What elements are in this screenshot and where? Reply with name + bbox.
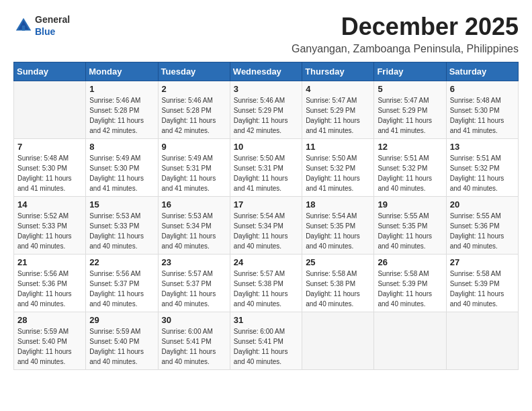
weekday-header: Thursday (302, 62, 374, 81)
day-info: Sunrise: 5:56 AM Sunset: 5:36 PM Dayligh… (17, 269, 82, 309)
calendar-cell: 12Sunrise: 5:51 AM Sunset: 5:32 PM Dayli… (374, 138, 446, 196)
day-number: 24 (234, 257, 298, 267)
calendar-cell: 17Sunrise: 5:54 AM Sunset: 5:34 PM Dayli… (230, 196, 302, 254)
calendar-cell: 7Sunrise: 5:48 AM Sunset: 5:30 PM Daylig… (14, 138, 86, 196)
calendar-cell: 1Sunrise: 5:46 AM Sunset: 5:28 PM Daylig… (86, 81, 158, 138)
day-info: Sunrise: 5:57 AM Sunset: 5:38 PM Dayligh… (234, 269, 298, 309)
day-info: Sunrise: 5:52 AM Sunset: 5:33 PM Dayligh… (17, 211, 82, 251)
day-number: 21 (17, 257, 82, 267)
location-subtitle: Ganyangan, Zamboanga Peninsula, Philippi… (13, 43, 519, 55)
logo-blue: Blue (35, 26, 55, 37)
day-info: Sunrise: 5:53 AM Sunset: 5:33 PM Dayligh… (89, 211, 154, 251)
day-number: 17 (234, 199, 298, 210)
day-info: Sunrise: 6:00 AM Sunset: 5:41 PM Dayligh… (162, 326, 226, 367)
calendar-cell: 20Sunrise: 5:55 AM Sunset: 5:36 PM Dayli… (446, 196, 518, 254)
calendar-cell: 25Sunrise: 5:58 AM Sunset: 5:38 PM Dayli… (302, 254, 374, 312)
day-number: 9 (162, 142, 226, 152)
weekday-header: Monday (86, 62, 158, 81)
day-info: Sunrise: 5:48 AM Sunset: 5:30 PM Dayligh… (17, 153, 82, 193)
day-info: Sunrise: 5:53 AM Sunset: 5:34 PM Dayligh… (162, 211, 226, 251)
day-number: 27 (450, 257, 515, 267)
day-number: 8 (89, 142, 154, 152)
day-info: Sunrise: 5:59 AM Sunset: 5:40 PM Dayligh… (89, 326, 154, 367)
day-info: Sunrise: 5:50 AM Sunset: 5:31 PM Dayligh… (234, 153, 298, 193)
day-number: 15 (89, 199, 154, 210)
calendar-week-row: 7Sunrise: 5:48 AM Sunset: 5:30 PM Daylig… (14, 138, 519, 196)
day-info: Sunrise: 5:46 AM Sunset: 5:29 PM Dayligh… (234, 95, 298, 136)
calendar-cell: 31Sunrise: 6:00 AM Sunset: 5:41 PM Dayli… (230, 312, 302, 369)
day-number: 20 (450, 199, 515, 210)
page-header: General Blue December 2025 (13, 13, 519, 40)
calendar-cell: 5Sunrise: 5:47 AM Sunset: 5:29 PM Daylig… (374, 81, 446, 138)
day-number: 4 (306, 84, 370, 94)
day-info: Sunrise: 5:46 AM Sunset: 5:28 PM Dayligh… (89, 95, 154, 136)
calendar-cell (446, 312, 518, 369)
day-info: Sunrise: 5:54 AM Sunset: 5:35 PM Dayligh… (306, 211, 370, 251)
day-info: Sunrise: 5:46 AM Sunset: 5:28 PM Dayligh… (162, 95, 226, 136)
day-info: Sunrise: 5:47 AM Sunset: 5:29 PM Dayligh… (306, 95, 370, 136)
day-info: Sunrise: 5:47 AM Sunset: 5:29 PM Dayligh… (378, 95, 442, 136)
calendar-cell: 3Sunrise: 5:46 AM Sunset: 5:29 PM Daylig… (230, 81, 302, 138)
calendar-cell (14, 81, 86, 138)
day-info: Sunrise: 5:57 AM Sunset: 5:37 PM Dayligh… (162, 269, 226, 309)
day-number: 11 (306, 142, 370, 152)
day-info: Sunrise: 5:59 AM Sunset: 5:40 PM Dayligh… (17, 326, 82, 367)
day-number: 19 (378, 199, 442, 210)
calendar-week-row: 28Sunrise: 5:59 AM Sunset: 5:40 PM Dayli… (14, 312, 519, 369)
day-info: Sunrise: 5:48 AM Sunset: 5:30 PM Dayligh… (450, 95, 515, 136)
calendar-cell: 21Sunrise: 5:56 AM Sunset: 5:36 PM Dayli… (14, 254, 86, 312)
calendar-cell: 13Sunrise: 5:51 AM Sunset: 5:32 PM Dayli… (446, 138, 518, 196)
day-info: Sunrise: 5:55 AM Sunset: 5:36 PM Dayligh… (450, 211, 515, 251)
month-title: December 2025 (341, 13, 519, 40)
weekday-header: Saturday (446, 62, 518, 81)
day-info: Sunrise: 5:58 AM Sunset: 5:39 PM Dayligh… (378, 269, 442, 309)
day-number: 16 (162, 199, 226, 210)
calendar-cell: 19Sunrise: 5:55 AM Sunset: 5:35 PM Dayli… (374, 196, 446, 254)
logo-text: General Blue (35, 13, 70, 38)
weekday-header: Sunday (14, 62, 86, 81)
day-info: Sunrise: 5:51 AM Sunset: 5:32 PM Dayligh… (450, 153, 515, 193)
calendar-cell: 29Sunrise: 5:59 AM Sunset: 5:40 PM Dayli… (86, 312, 158, 369)
calendar-cell: 26Sunrise: 5:58 AM Sunset: 5:39 PM Dayli… (374, 254, 446, 312)
calendar-cell: 16Sunrise: 5:53 AM Sunset: 5:34 PM Dayli… (158, 196, 230, 254)
day-info: Sunrise: 5:56 AM Sunset: 5:37 PM Dayligh… (89, 269, 154, 309)
day-info: Sunrise: 5:55 AM Sunset: 5:35 PM Dayligh… (378, 211, 442, 251)
weekday-header: Tuesday (158, 62, 230, 81)
day-number: 31 (234, 315, 298, 325)
calendar-cell (302, 312, 374, 369)
calendar-week-row: 21Sunrise: 5:56 AM Sunset: 5:36 PM Dayli… (14, 254, 519, 312)
day-info: Sunrise: 5:58 AM Sunset: 5:39 PM Dayligh… (450, 269, 515, 309)
calendar-cell: 28Sunrise: 5:59 AM Sunset: 5:40 PM Dayli… (14, 312, 86, 369)
day-info: Sunrise: 5:49 AM Sunset: 5:31 PM Dayligh… (162, 153, 226, 193)
calendar-cell: 11Sunrise: 5:50 AM Sunset: 5:32 PM Dayli… (302, 138, 374, 196)
day-info: Sunrise: 6:00 AM Sunset: 5:41 PM Dayligh… (234, 326, 298, 367)
calendar-cell: 14Sunrise: 5:52 AM Sunset: 5:33 PM Dayli… (14, 196, 86, 254)
calendar-cell: 9Sunrise: 5:49 AM Sunset: 5:31 PM Daylig… (158, 138, 230, 196)
calendar-cell: 4Sunrise: 5:47 AM Sunset: 5:29 PM Daylig… (302, 81, 374, 138)
day-number: 26 (378, 257, 442, 267)
day-number: 6 (450, 84, 515, 94)
day-number: 18 (306, 199, 370, 210)
day-number: 1 (89, 84, 154, 94)
calendar-cell: 23Sunrise: 5:57 AM Sunset: 5:37 PM Dayli… (158, 254, 230, 312)
day-number: 7 (17, 142, 82, 152)
calendar-cell (374, 312, 446, 369)
calendar-cell: 30Sunrise: 6:00 AM Sunset: 5:41 PM Dayli… (158, 312, 230, 369)
calendar-cell: 22Sunrise: 5:56 AM Sunset: 5:37 PM Dayli… (86, 254, 158, 312)
day-number: 14 (17, 199, 82, 210)
calendar-cell: 18Sunrise: 5:54 AM Sunset: 5:35 PM Dayli… (302, 196, 374, 254)
day-number: 13 (450, 142, 515, 152)
day-info: Sunrise: 5:49 AM Sunset: 5:30 PM Dayligh… (89, 153, 154, 193)
day-info: Sunrise: 5:54 AM Sunset: 5:34 PM Dayligh… (234, 211, 298, 251)
day-info: Sunrise: 5:58 AM Sunset: 5:38 PM Dayligh… (306, 269, 370, 309)
day-number: 10 (234, 142, 298, 152)
logo: General Blue (13, 13, 70, 38)
day-number: 5 (378, 84, 442, 94)
day-number: 12 (378, 142, 442, 152)
svg-rect-2 (22, 26, 26, 31)
calendar-cell: 24Sunrise: 5:57 AM Sunset: 5:38 PM Dayli… (230, 254, 302, 312)
calendar-cell: 27Sunrise: 5:58 AM Sunset: 5:39 PM Dayli… (446, 254, 518, 312)
day-number: 25 (306, 257, 370, 267)
calendar-cell: 2Sunrise: 5:46 AM Sunset: 5:28 PM Daylig… (158, 81, 230, 138)
calendar-week-row: 14Sunrise: 5:52 AM Sunset: 5:33 PM Dayli… (14, 196, 519, 254)
